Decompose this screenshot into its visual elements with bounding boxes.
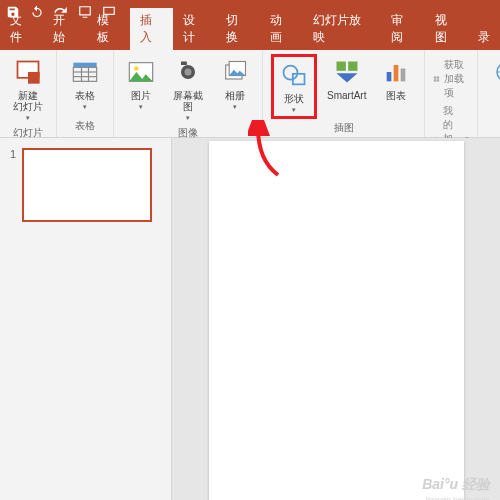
new-slide-label: 新建 幻灯片 — [12, 90, 44, 112]
group-label-tables: 表格 — [75, 117, 95, 135]
tab-record[interactable]: 录 — [468, 25, 500, 50]
link-icon — [490, 56, 500, 88]
chevron-down-icon: ▾ — [233, 103, 237, 111]
tab-template[interactable]: 模板 — [87, 8, 130, 50]
group-label-illustrations: 插图 — [334, 119, 354, 137]
group-illustrations: 形状 ▾ SmartArt 图表 插图 — [263, 50, 425, 137]
table-label: 表格 — [75, 90, 95, 101]
thumbnail-panel: 1 — [0, 138, 172, 500]
chart-label: 图表 — [386, 90, 406, 101]
tab-home[interactable]: 开始 — [43, 8, 86, 50]
chevron-down-icon: ▾ — [186, 114, 190, 122]
group-tables: 表格 ▾ 表格 — [57, 50, 114, 137]
svg-rect-2 — [28, 72, 40, 84]
table-button[interactable]: 表格 ▾ — [65, 54, 105, 113]
svg-rect-22 — [401, 69, 406, 82]
group-slides: 新建 幻灯片 ▾ 幻灯片 — [0, 50, 57, 137]
watermark-sub: jingyan.baidu.com — [426, 495, 490, 500]
thumbnail-number: 1 — [10, 148, 16, 222]
picture-icon — [125, 56, 157, 88]
svg-rect-24 — [437, 76, 439, 78]
svg-rect-3 — [73, 63, 96, 68]
svg-point-12 — [185, 69, 192, 76]
chart-button[interactable]: 图表 — [376, 54, 416, 103]
tab-transitions[interactable]: 切换 — [216, 8, 259, 50]
album-label: 相册 — [225, 90, 245, 101]
svg-rect-19 — [348, 62, 357, 71]
picture-label: 图片 — [131, 90, 151, 101]
screenshot-icon — [172, 56, 204, 88]
group-addins: 获取加载项 我的加载项 ▾ 加载项 — [425, 50, 478, 137]
smartart-button[interactable]: SmartArt — [323, 54, 370, 103]
svg-rect-26 — [437, 79, 439, 81]
tab-review[interactable]: 审阅 — [381, 8, 424, 50]
thumbnail-preview — [22, 148, 152, 222]
svg-point-10 — [134, 66, 139, 71]
chevron-down-icon: ▾ — [83, 103, 87, 111]
svg-rect-18 — [336, 62, 345, 71]
slide-editor[interactable] — [172, 138, 500, 500]
svg-rect-25 — [434, 79, 436, 81]
ribbon-tabs: 文件 开始 模板 插入 设计 切换 动画 幻灯片放映 审阅 视图 录 — [0, 24, 500, 50]
link-button[interactable]: 链 — [486, 54, 500, 103]
group-images: 图片 ▾ 屏幕截图 ▾ 相册 ▾ 图像 — [114, 50, 263, 137]
screenshot-button[interactable]: 屏幕截图 ▾ — [166, 54, 210, 124]
table-icon — [69, 56, 101, 88]
chart-icon — [380, 56, 412, 88]
svg-point-16 — [284, 66, 298, 80]
content-area: 1 — [0, 138, 500, 500]
svg-rect-20 — [387, 72, 392, 81]
group-links: 链 锁 — [478, 50, 500, 137]
album-button[interactable]: 相册 ▾ — [216, 54, 254, 113]
tab-design[interactable]: 设计 — [173, 8, 216, 50]
svg-rect-21 — [394, 65, 399, 81]
smartart-icon — [331, 56, 363, 88]
ribbon: 新建 幻灯片 ▾ 幻灯片 表格 ▾ 表格 图片 ▾ 屏幕截图 ▾ — [0, 50, 500, 138]
shapes-button[interactable]: 形状 ▾ — [271, 54, 317, 119]
svg-rect-23 — [434, 76, 436, 78]
shapes-label: 形状 — [284, 93, 304, 104]
get-addins-label: 获取加载项 — [444, 58, 469, 100]
chevron-down-icon: ▾ — [292, 106, 296, 114]
chevron-down-icon: ▾ — [139, 103, 143, 111]
album-icon — [219, 56, 251, 88]
shapes-icon — [278, 59, 310, 91]
new-slide-icon — [12, 56, 44, 88]
watermark: Bai°u 经验 — [422, 476, 490, 494]
tab-insert[interactable]: 插入 — [130, 8, 173, 50]
tab-animations[interactable]: 动画 — [260, 8, 303, 50]
picture-button[interactable]: 图片 ▾ — [122, 54, 160, 113]
tab-file[interactable]: 文件 — [0, 8, 43, 50]
smartart-label: SmartArt — [327, 90, 366, 101]
tab-view[interactable]: 视图 — [425, 8, 468, 50]
new-slide-button[interactable]: 新建 幻灯片 ▾ — [8, 54, 48, 124]
tab-slideshow[interactable]: 幻灯片放映 — [303, 8, 381, 50]
slide-canvas[interactable] — [209, 141, 464, 500]
svg-rect-13 — [181, 62, 187, 66]
screenshot-label: 屏幕截图 — [170, 90, 206, 112]
chevron-down-icon: ▾ — [26, 114, 30, 122]
svg-rect-4 — [73, 67, 96, 81]
get-addins-button[interactable]: 获取加载项 — [433, 58, 469, 100]
thumbnail-item[interactable]: 1 — [10, 148, 161, 222]
